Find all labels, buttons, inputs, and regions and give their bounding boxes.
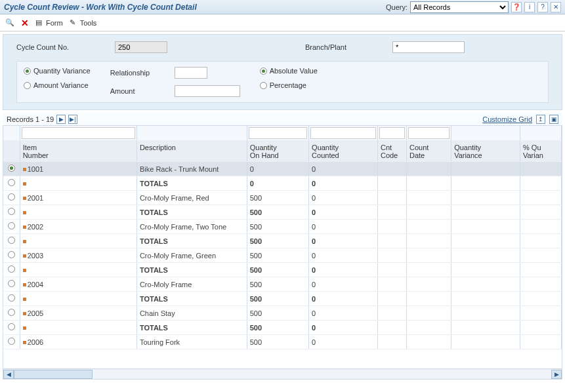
table-row[interactable]: 2005Chain Stay5000	[3, 306, 562, 321]
row-select-radio[interactable]	[8, 208, 15, 215]
next-page-button[interactable]: ▶	[56, 115, 66, 124]
col-pqvar[interactable]: % QuVarian	[520, 141, 561, 162]
row-select-radio[interactable]	[8, 237, 15, 244]
col-item[interactable]: ItemNumber	[20, 141, 136, 162]
row-select-radio[interactable]	[8, 294, 15, 302]
form-button[interactable]: ▤ Form	[35, 18, 63, 28]
cell-cdate	[406, 162, 451, 176]
col-qvar[interactable]: QuantityVariance	[451, 141, 520, 162]
cell-cdate	[406, 176, 451, 191]
customize-grid-link[interactable]: Customize Grid	[482, 115, 532, 123]
amount-input[interactable]	[175, 85, 240, 97]
row-select-radio[interactable]	[8, 222, 15, 229]
col-cdate[interactable]: CountDate	[406, 141, 451, 162]
tools-icon: ✎	[70, 18, 79, 28]
grid-scroll[interactable]: ItemNumber Description QuantityOn Hand Q…	[3, 126, 562, 368]
filter-cdate[interactable]	[408, 127, 450, 139]
cell-qvar	[451, 277, 520, 292]
table-row[interactable]: TOTALS5000	[3, 292, 562, 306]
qty-variance-radio[interactable]: Quantity Variance	[24, 67, 91, 75]
row-select-radio[interactable]	[8, 280, 15, 287]
export-icon[interactable]: ↥	[536, 115, 545, 124]
row-select-radio[interactable]	[8, 265, 15, 273]
cell-qc: 0	[309, 205, 378, 220]
expand-icon[interactable]: ▣	[549, 115, 558, 124]
cell-item	[20, 234, 136, 248]
amt-variance-radio[interactable]: Amount Variance	[24, 81, 91, 89]
col-select[interactable]	[3, 141, 20, 162]
table-row[interactable]: TOTALS5000	[3, 263, 562, 277]
cell-pqvar	[520, 162, 561, 176]
help-icon[interactable]: ?	[537, 2, 548, 12]
form-panel: Cycle Count No. Branch/Plant Quantity Va…	[3, 34, 562, 110]
cycle-count-input[interactable]	[115, 41, 167, 53]
row-select-radio[interactable]	[8, 165, 15, 172]
cell-pqvar	[520, 234, 561, 248]
cell-desc: Cro-Moly Frame, Two Tone	[136, 220, 247, 234]
last-page-button[interactable]: ▶|	[68, 115, 77, 124]
cell-qc: 0	[309, 277, 378, 292]
cell-cnt	[377, 162, 406, 176]
item-marker-icon	[23, 225, 26, 229]
hscroll-thumb[interactable]	[14, 370, 93, 379]
row-select-radio[interactable]	[8, 309, 15, 316]
relationship-input[interactable]	[175, 67, 207, 79]
table-row[interactable]: 2006Touring Fork5000	[3, 335, 562, 349]
row-select-radio[interactable]	[8, 323, 15, 330]
filter-qc[interactable]	[310, 127, 376, 139]
relationship-label: Relationship	[110, 69, 163, 77]
cell-desc: Cro-Moly Frame	[136, 277, 247, 292]
query-save-icon[interactable]: ❓	[511, 2, 522, 12]
relationship-col: Relationship Amount	[110, 67, 240, 97]
close-icon[interactable]: ✕	[551, 2, 561, 12]
cell-qoh: 500	[247, 335, 308, 349]
row-select-radio[interactable]	[8, 193, 15, 201]
col-cnt[interactable]: CntCode	[377, 141, 406, 162]
hscroll-left[interactable]: ◀	[3, 370, 14, 379]
col-qc[interactable]: QuantityCounted	[309, 141, 378, 162]
table-row[interactable]: TOTALS5000	[3, 205, 562, 220]
col-qoh[interactable]: QuantityOn Hand	[247, 141, 308, 162]
tools-button[interactable]: ✎ Tools	[70, 18, 97, 28]
filter-item[interactable]	[22, 127, 135, 139]
info-icon[interactable]: i	[524, 2, 535, 12]
hscroll-track[interactable]	[14, 370, 551, 379]
absolute-radio[interactable]: Absolute Value	[260, 67, 318, 75]
percentage-label: Percentage	[270, 81, 306, 89]
row-select-radio[interactable]	[8, 338, 15, 345]
row-select-radio[interactable]	[8, 251, 15, 258]
cycle-count-label: Cycle Count No.	[16, 43, 102, 51]
cell-qc: 0	[309, 220, 378, 234]
table-row[interactable]: TOTALS5000	[3, 321, 562, 335]
table-row[interactable]: 2004Cro-Moly Frame5000	[3, 277, 562, 292]
cell-desc: TOTALS	[136, 176, 247, 191]
table-row[interactable]: 1001Bike Rack - Trunk Mount00	[3, 162, 562, 176]
cell-cnt	[377, 176, 406, 191]
percentage-radio[interactable]: Percentage	[260, 81, 318, 89]
table-row[interactable]: TOTALS00	[3, 176, 562, 191]
item-marker-icon	[23, 298, 26, 301]
filter-cnt[interactable]	[379, 127, 405, 139]
item-marker-icon	[23, 254, 26, 258]
table-row[interactable]: 2001Cro-Moly Frame, Red5000	[3, 191, 562, 205]
branch-input[interactable]	[392, 41, 465, 53]
cell-item: 2005	[20, 306, 136, 321]
filter-qoh[interactable]	[249, 127, 307, 139]
cell-pqvar	[520, 292, 561, 306]
cell-qoh: 500	[247, 263, 308, 277]
form-icon: ▤	[35, 18, 45, 28]
table-row[interactable]: 2002Cro-Moly Frame, Two Tone5000	[3, 220, 562, 234]
row-select-radio[interactable]	[8, 179, 15, 186]
find-button[interactable]: 🔍	[5, 18, 14, 28]
col-desc[interactable]: Description	[136, 141, 247, 162]
query-select[interactable]: All Records	[410, 1, 509, 13]
cell-qoh: 500	[247, 234, 308, 248]
hscroll-right[interactable]: ▶	[551, 370, 562, 379]
cell-qvar	[451, 306, 520, 321]
cell-cdate	[406, 321, 451, 335]
table-row[interactable]: 2003Cro-Moly Frame, Green5000	[3, 248, 562, 263]
table-row[interactable]: TOTALS5000	[3, 234, 562, 248]
cell-qvar	[451, 205, 520, 220]
cell-cdate	[406, 292, 451, 306]
delete-button[interactable]: ✕	[21, 18, 29, 28]
